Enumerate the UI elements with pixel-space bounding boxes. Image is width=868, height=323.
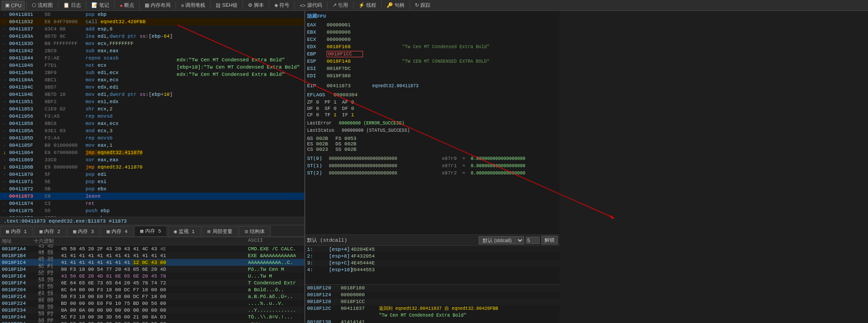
- disasm-row[interactable]: · 00411832 E8 84F70000 call eqnedt32.420…: [0, 18, 304, 25]
- fpu-st1: ST(1) 0000000000000000000000000 x87r1 ≈ …: [307, 162, 558, 169]
- disasm-instr: mov edx,edi: [86, 84, 119, 90]
- disasm-row[interactable]: · 00411874 C3 ret: [0, 200, 304, 207]
- break-icon: ●: [120, 3, 123, 8]
- stack-rows: 1: [esp+4] 4D204E45 2: [esp+8] 4F432054 …: [305, 246, 560, 284]
- disasm-instr: mov ecx,FFFFFFFF: [86, 41, 134, 46]
- disasm-row[interactable]: · 0041184C 8BD7 mov edx,edi: [0, 84, 304, 91]
- status-text: .text:00411873 eqnedt32.exe:$11873 #1187…: [4, 219, 127, 224]
- disasm-row[interactable]: · 0041185F B8 01000000 mov eax,1: [0, 142, 304, 149]
- tab-struct[interactable]: ⊡ 结构体: [239, 226, 271, 236]
- disasm-row[interactable]: · 00411846 F7D1 not ecx: [0, 62, 304, 69]
- disasm-row[interactable]: · 00411876 8BEC mov ebp,esp: [0, 214, 304, 217]
- separator: [139, 1, 140, 10]
- disasm-row[interactable]: · 00411871 5E pop esi: [0, 178, 304, 185]
- tab-memory2[interactable]: ▦ 内存 2: [34, 226, 66, 236]
- disasm-row[interactable]: · 00411858 8BC8 mov eax,ecx: [0, 120, 304, 127]
- toolbar-callstack[interactable]: ≡ 调用堆栈: [178, 0, 208, 10]
- disasm-addr: 0041184C: [8, 84, 45, 90]
- disasm-row[interactable]: · 00411848 2BF9 sub edi,ecx: [0, 69, 304, 76]
- disasm-row[interactable]: · 00411872 5B pop ebx: [0, 185, 304, 193]
- toolbar-symbol[interactable]: ◈ 符号: [271, 0, 293, 10]
- separator: [409, 1, 410, 10]
- stack-right-row[interactable]: 0018F130 41414141: [305, 319, 560, 323]
- disasm-bytes: 55: [45, 208, 86, 214]
- disasm-addr: 00411853: [8, 106, 45, 112]
- stack-count-input[interactable]: [526, 237, 540, 244]
- disasm-instr: call eqnedt32.420FBB: [86, 19, 146, 25]
- disasm-addr: 00411831: [8, 12, 45, 17]
- disasm-row[interactable]: · 00411869 33C0 xor eax,eax: [0, 156, 304, 164]
- disasm-row[interactable]: · 0041184E 8B7D 10 mov edi,dword ptr ss:…: [0, 91, 304, 98]
- tab-memory5[interactable]: ▦ 内存 5: [134, 226, 167, 236]
- disasm-bytes: C1E9 02: [45, 106, 86, 112]
- disasm-row[interactable]: · 00411851 8BF2 mov esi,edx: [0, 98, 304, 105]
- disasm-instr: mov eax,ecx: [86, 121, 119, 126]
- stack-right-row[interactable]: 0018F120 0018F180: [305, 285, 560, 292]
- disasm-bytes: F2:AE: [45, 55, 86, 61]
- toolbar-trace[interactable]: ↻ 跟踪: [412, 0, 434, 10]
- log-icon: 📋: [63, 2, 70, 8]
- hex-row[interactable]: 0018F254 00 FF FF 00 00 00 00 00 00 00 0…: [0, 320, 304, 323]
- toolbar-references[interactable]: ↗ 引用: [329, 0, 351, 10]
- stack-right-row[interactable]: 0018F124 00000000: [305, 292, 560, 298]
- struct-icon: ⊡: [245, 229, 248, 234]
- tab-memory1[interactable]: ▦ 内存 1: [0, 226, 33, 236]
- toolbar-breakpoints[interactable]: ● 断点: [116, 0, 137, 10]
- disasm-row[interactable]: · 00411842 2BC0 sub eax,eax: [0, 47, 304, 55]
- disasm-row[interactable]: · 00411875 55 push ebp: [0, 207, 304, 214]
- last-status-row: LastStatus 00000000 (STATUS_SUCCESS): [307, 127, 558, 134]
- disasm-row[interactable]: · 0041183D B9 FFFFFFFF mov ecx,FFFFFFFF: [0, 40, 304, 47]
- toolbar-seh[interactable]: ⛓ SEH链: [212, 0, 241, 10]
- disasm-row[interactable]: · 00411870 5F pop edi: [0, 171, 304, 178]
- disasm-addr: 0041185F: [8, 143, 45, 148]
- stack-right-row[interactable]: 0018F128 0018F1CC: [305, 298, 560, 305]
- stack-row[interactable]: 4: [esp+10] 20444553: [305, 266, 560, 273]
- separator: [294, 1, 295, 10]
- main-container: edx:"Tw Cen MT Condensed Extra Bold" [eb…: [0, 11, 868, 323]
- disasm-row[interactable]: ↓ 0041186B E9 00000000 jmp eqnedt32.4118…: [0, 164, 304, 171]
- stack-right-row-return[interactable]: 0018F12C 00411837 返回到 eqnedt32.00411837 …: [305, 305, 560, 312]
- disasm-panel: edx:"Tw Cen MT Condensed Extra Bold" [eb…: [0, 11, 304, 217]
- stack-row[interactable]: 1: [esp+4] 4D204E45: [305, 246, 560, 253]
- disasm-addr: 00411864: [8, 150, 45, 155]
- toolbar-source[interactable]: <> 源代码: [297, 0, 325, 10]
- toolbar-log[interactable]: 📋 日志: [60, 0, 84, 10]
- disasm-row[interactable]: · 00411831 5D pop ebp: [0, 11, 304, 18]
- disasm-row-current[interactable]: → 00411873 C9 leave: [0, 193, 304, 200]
- disasm-instr: xor eax,eax: [86, 157, 119, 163]
- toolbar-memory-layout[interactable]: ▦ 内存布局: [141, 0, 174, 10]
- disasm-instr: lea edi,dword ptr ss:[ebp-64]: [86, 34, 173, 39]
- thread-icon: ⚡: [358, 2, 365, 8]
- stack-row[interactable]: 3: [esp+C] 4E45444E: [305, 259, 560, 266]
- disasm-row[interactable]: · 0041183A 8D7D 9C lea edi,dword ptr ss:…: [0, 33, 304, 40]
- toolbar-threads[interactable]: ⚡ 线程: [355, 0, 379, 10]
- stack-calling-select[interactable]: 默认 (stdcall): [479, 236, 524, 244]
- toolbar-script[interactable]: ⚙ 脚本: [245, 0, 267, 10]
- disasm-row[interactable]: · 00411853 C1E9 02 shr ecx,2: [0, 105, 304, 113]
- disasm-row[interactable]: · 0041185A 83E1 03 and ecx,3: [0, 127, 304, 134]
- tab-watch1[interactable]: ◉ 监视 1: [168, 226, 201, 236]
- toolbar-notes[interactable]: 📝 笔记: [88, 0, 112, 10]
- tab-memory3[interactable]: ▦ 内存 3: [67, 226, 100, 236]
- separator: [26, 1, 27, 10]
- disasm-row[interactable]: · 00411844 F2:AE repne scasb: [0, 55, 304, 62]
- toolbar-cpu[interactable]: ▣ CPU: [2, 1, 25, 10]
- toolbar-handles[interactable]: 🔑 句柄: [384, 0, 408, 10]
- stack-unlock-btn[interactable]: 解锁: [541, 236, 558, 244]
- disasm-row[interactable]: · 0041184A 8BC1 mov eax,ecx: [0, 76, 304, 84]
- arrow-cell: ·: [1, 201, 8, 206]
- toolbar-flowchart[interactable]: ⬡ 流程图: [29, 0, 56, 10]
- arrow-cell: ·: [1, 121, 8, 126]
- arrow-cell: ·: [1, 70, 8, 75]
- tab-locals[interactable]: ⊞ 局部变量: [202, 226, 238, 236]
- arrow-cell: ·: [1, 77, 8, 83]
- stack-row[interactable]: 2: [esp+8] 4F432054: [305, 253, 560, 259]
- disasm-row[interactable]: ↓ 00411864 E9 07000000 jmp eqnedt32.4118…: [0, 149, 304, 156]
- disasm-row[interactable]: · 0041185D F3:A4 rep movsb: [0, 134, 304, 142]
- disasm-row[interactable]: · 00411837 83C4 08 add esp,8: [0, 25, 304, 33]
- tab-memory4[interactable]: ▦ 内存 4: [101, 226, 133, 236]
- separator: [381, 1, 382, 10]
- disasm-bytes: 8BD7: [45, 84, 86, 90]
- disasm-bytes: 5D: [45, 12, 86, 17]
- disasm-row[interactable]: · 00411856 F3:A5 rep movsd: [0, 113, 304, 120]
